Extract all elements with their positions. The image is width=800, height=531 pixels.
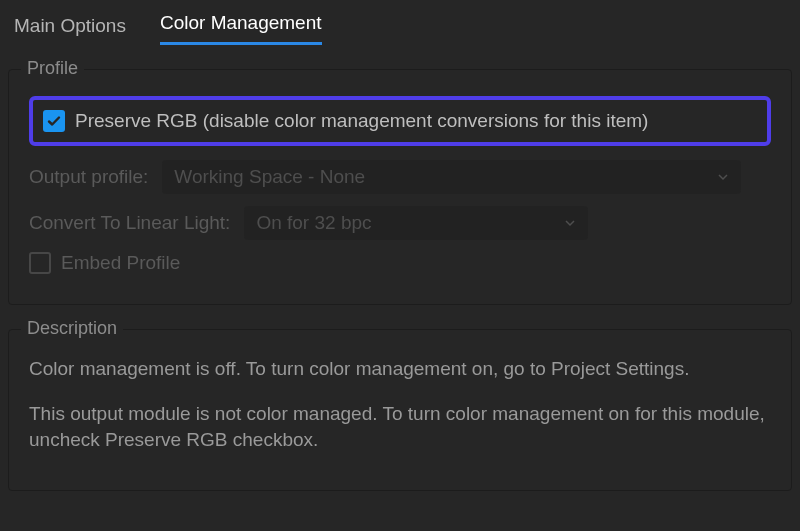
output-profile-value: Working Space - None xyxy=(174,166,717,188)
output-profile-label: Output profile: xyxy=(29,166,148,188)
preserve-rgb-highlight: Preserve RGB (disable color management c… xyxy=(29,96,771,146)
embed-profile-checkbox[interactable] xyxy=(29,252,51,274)
convert-linear-row: Convert To Linear Light: On for 32 bpc xyxy=(29,206,771,240)
preserve-rgb-checkbox[interactable] xyxy=(43,110,65,132)
preserve-rgb-label: Preserve RGB (disable color management c… xyxy=(75,110,648,132)
tab-color-management[interactable]: Color Management xyxy=(160,12,322,45)
profile-section-title: Profile xyxy=(21,58,84,79)
description-line-2: This output module is not color managed.… xyxy=(29,401,771,454)
checkmark-icon xyxy=(46,113,62,129)
output-profile-row: Output profile: Working Space - None xyxy=(29,160,771,194)
convert-linear-label: Convert To Linear Light: xyxy=(29,212,230,234)
description-section: Description Color management is off. To … xyxy=(8,329,792,491)
convert-linear-dropdown[interactable]: On for 32 bpc xyxy=(244,206,588,240)
embed-profile-label: Embed Profile xyxy=(61,252,180,274)
convert-linear-value: On for 32 bpc xyxy=(256,212,564,234)
description-section-title: Description xyxy=(21,318,123,339)
description-line-1: Color management is off. To turn color m… xyxy=(29,356,771,383)
chevron-down-icon xyxy=(717,171,729,183)
embed-profile-row: Embed Profile xyxy=(29,252,771,274)
tab-bar: Main Options Color Management xyxy=(0,0,800,45)
profile-section: Profile Preserve RGB (disable color mana… xyxy=(8,69,792,305)
chevron-down-icon xyxy=(564,217,576,229)
tab-main-options[interactable]: Main Options xyxy=(14,15,126,45)
output-profile-dropdown[interactable]: Working Space - None xyxy=(162,160,741,194)
